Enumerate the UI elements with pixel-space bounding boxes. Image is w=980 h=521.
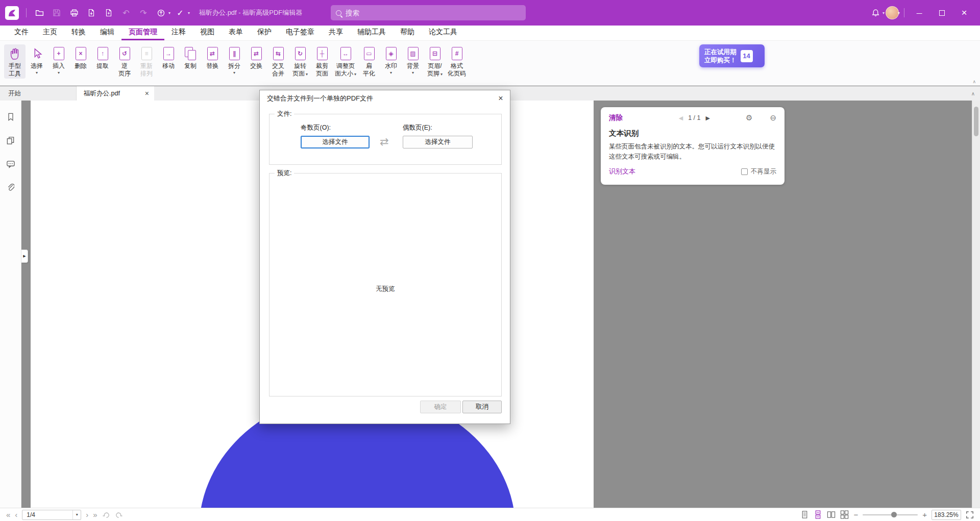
vertical-scrollbar[interactable] — [972, 101, 980, 508]
sidebar-expand-handle[interactable]: ▶ — [21, 250, 28, 263]
fullscreen-icon[interactable] — [966, 511, 974, 519]
zoom-out-icon[interactable]: − — [853, 510, 858, 519]
clear-link[interactable]: 清除 — [609, 113, 623, 122]
ribbon-tool-interleave-merge[interactable]: ⇆ 交叉 合并 — [267, 44, 289, 79]
tab-document[interactable]: 福昕办公.pdf × — [77, 86, 154, 101]
recognize-text-link[interactable]: 识别文本 — [609, 167, 635, 176]
ribbon-tool-insert[interactable]: + 插入 ▾ — [48, 44, 69, 76]
menu-accessibility[interactable]: 辅助工具 — [350, 26, 393, 40]
dropdown-arrow-icon[interactable]: ▾ — [898, 11, 900, 15]
ribbon-tool-swap[interactable]: ⇄ 交换 — [246, 44, 267, 71]
maximize-button[interactable] — [931, 4, 952, 21]
continuous-view-icon[interactable] — [814, 510, 822, 519]
menu-file[interactable]: 文件 — [7, 26, 36, 40]
zoom-in-icon[interactable]: + — [922, 510, 927, 519]
continuous-facing-view-icon[interactable] — [840, 510, 849, 519]
ribbon-tool-hand[interactable]: 手型 工具 — [4, 44, 26, 79]
ribbon-tool-watermark[interactable]: ◈ 水印 ▾ — [380, 44, 402, 76]
ribbon-tool-rearrange[interactable]: ≡ 重新 排列 — [136, 44, 157, 79]
previous-view-icon[interactable] — [102, 511, 110, 519]
trial-buy-banner[interactable]: 正在试用期 立即购买！ 14 — [699, 44, 765, 67]
close-tab-icon[interactable]: × — [145, 90, 149, 97]
notifications-bell-icon[interactable] — [868, 5, 884, 20]
previous-page-icon[interactable]: ‹ — [15, 511, 17, 518]
ribbon-tool-copy[interactable]: 复制 — [180, 44, 201, 71]
ribbon-tool-select[interactable]: 选择 ▾ — [26, 44, 47, 76]
dont-show-checkbox[interactable] — [741, 168, 748, 175]
collapse-panel-icon[interactable]: ⊖ — [770, 113, 776, 122]
menu-page-management[interactable]: 页面管理 — [121, 26, 164, 40]
next-notification-icon[interactable]: ▶ — [706, 115, 710, 121]
zoom-slider[interactable] — [863, 511, 918, 518]
bookmarks-panel-icon[interactable] — [6, 112, 16, 122]
zoom-level-input[interactable]: 183.25% — [932, 510, 961, 520]
create-pdf-icon[interactable] — [101, 5, 116, 20]
print-icon[interactable] — [66, 5, 82, 20]
menu-help[interactable]: 帮助 — [393, 26, 422, 40]
ribbon-tool-header-footer[interactable]: ⊟ 页眉/ 页脚▾ — [424, 44, 446, 79]
menu-comment[interactable]: 注释 — [164, 26, 193, 40]
ribbon-tool-extract[interactable]: ↑ 提取 — [92, 44, 113, 71]
menu-share[interactable]: 共享 — [322, 26, 350, 40]
page-number-input[interactable]: 1/4 ▾ — [22, 510, 81, 520]
menu-view[interactable]: 视图 — [193, 26, 222, 40]
ribbon-tool-split[interactable]: ∥ 拆分 ▾ — [224, 44, 245, 76]
chevron-up-icon[interactable]: ∧ — [971, 91, 975, 96]
tab-start[interactable]: 开始 — [0, 86, 77, 101]
zoom-slider-thumb[interactable] — [891, 512, 897, 517]
page-thumbnails-panel-icon[interactable] — [6, 135, 16, 145]
next-page-icon[interactable]: › — [86, 511, 88, 518]
zoom-slider-track[interactable] — [863, 514, 918, 516]
swap-files-icon[interactable]: ⇄ — [380, 136, 389, 148]
ribbon-tool-background[interactable]: ▨ 背景 ▾ — [402, 44, 424, 76]
select-even-file-button[interactable]: 选择文件 — [403, 136, 473, 148]
ribbon-tool-format-page-numbers[interactable]: # 格式 化页码 — [446, 44, 468, 79]
minimize-button[interactable]: ─ — [909, 4, 930, 21]
ok-button[interactable]: 确定 — [420, 401, 461, 413]
ribbon-tool-flatten[interactable]: ▭ 扁 平化 — [358, 44, 380, 79]
prev-notification-icon[interactable]: ◀ — [679, 115, 683, 121]
close-dialog-button[interactable]: × — [495, 93, 507, 104]
select-odd-file-button[interactable]: 选择文件 — [301, 136, 370, 148]
cancel-button[interactable]: 取消 — [462, 401, 502, 413]
single-page-view-icon[interactable] — [800, 510, 809, 519]
quick-share-icon[interactable] — [153, 5, 168, 20]
menu-thesis-tools[interactable]: 论文工具 — [422, 26, 464, 40]
ribbon-tool-crop-pages[interactable]: ┼ 裁剪 页面 — [311, 44, 333, 79]
gear-icon[interactable]: ⚙ — [746, 113, 752, 122]
attachments-panel-icon[interactable] — [6, 182, 16, 192]
menu-form[interactable]: 表单 — [222, 26, 250, 40]
foxit-logo[interactable] — [5, 6, 19, 20]
user-avatar[interactable] — [886, 6, 899, 19]
dropdown-arrow-icon[interactable]: ▾ — [72, 510, 81, 519]
verify-check-icon[interactable]: ✓ — [173, 5, 188, 20]
ribbon-tool-rotate-pages[interactable]: ↻ 旋转 页面▾ — [289, 44, 311, 79]
dropdown-arrow-icon[interactable]: ▾ — [168, 11, 170, 15]
redo-icon[interactable]: ↷ — [136, 5, 151, 20]
close-window-button[interactable]: × — [953, 4, 975, 21]
menu-esign[interactable]: 电子签章 — [279, 26, 322, 40]
ribbon-tool-reverse-order[interactable]: ↺ 逆 页序 — [114, 44, 135, 79]
dropdown-arrow-icon[interactable]: ▾ — [883, 11, 885, 15]
first-page-icon[interactable]: « — [6, 511, 10, 518]
facing-view-icon[interactable] — [827, 510, 836, 519]
dropdown-arrow-icon[interactable]: ▾ — [188, 11, 190, 15]
global-search[interactable] — [331, 5, 526, 20]
undo-icon[interactable]: ↶ — [118, 5, 134, 20]
ribbon-tool-resize-pages[interactable]: ↔ 调整页 面大小▾ — [333, 44, 358, 79]
search-input[interactable] — [346, 9, 521, 17]
menu-convert[interactable]: 转换 — [64, 26, 93, 40]
ribbon-tool-move[interactable]: → 移动 — [158, 44, 179, 71]
collapse-ribbon-icon[interactable]: ∧ — [972, 79, 976, 84]
scrollbar-thumb[interactable] — [974, 107, 978, 136]
menu-home[interactable]: 主页 — [36, 26, 64, 40]
save-icon[interactable] — [49, 5, 64, 20]
export-pdf-icon[interactable] — [84, 5, 99, 20]
ribbon-tool-replace[interactable]: ⇄ 替换 — [202, 44, 223, 71]
comments-panel-icon[interactable] — [6, 159, 16, 169]
open-file-icon[interactable] — [32, 5, 47, 20]
next-view-icon[interactable] — [115, 511, 123, 519]
last-page-icon[interactable]: » — [93, 511, 97, 518]
menu-edit[interactable]: 编辑 — [93, 26, 121, 40]
ribbon-tool-delete[interactable]: × 删除 — [70, 44, 91, 71]
